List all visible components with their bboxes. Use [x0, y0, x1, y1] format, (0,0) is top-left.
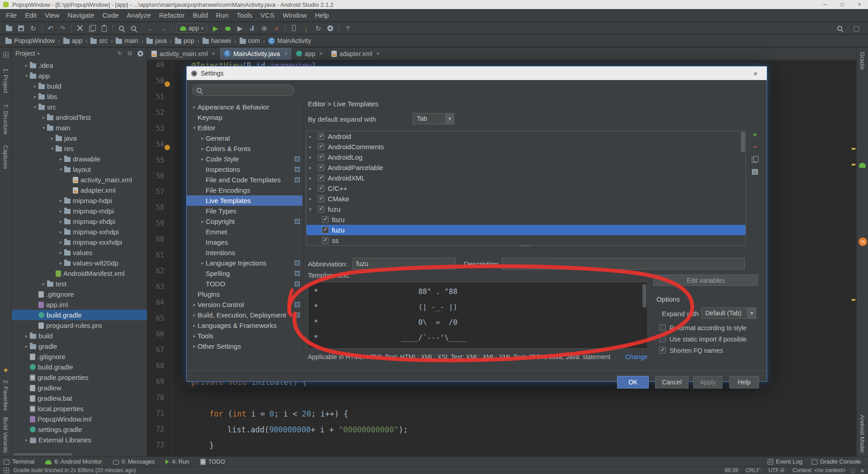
collapse-all-icon[interactable]: ⊟ — [127, 50, 132, 57]
settings-item-live-templates[interactable]: Live Templates — [187, 195, 302, 206]
project-item-res[interactable]: ▾res — [12, 143, 147, 154]
checkbox-icon[interactable] — [318, 185, 325, 192]
project-item-popupwindow-iml[interactable]: PopupWindow.iml — [12, 414, 147, 424]
checkbox-icon[interactable] — [318, 133, 325, 140]
run-config-combo[interactable]: app▾ — [176, 24, 207, 33]
expand-arrow-icon[interactable]: ▸ — [57, 229, 64, 234]
breadcrumb-main[interactable]: main — [115, 37, 139, 44]
project-item-mipmap-hdpi[interactable]: ▸mipmap-hdpi — [12, 195, 147, 206]
template-text-editor[interactable]: * 88" . "88 * (| -_- |) * 0\ = /0 * ____… — [308, 282, 648, 349]
settings-item-file-encodings[interactable]: File Encodings — [187, 185, 302, 195]
checkbox-icon[interactable] — [322, 227, 329, 233]
project-item-app[interactable]: ▾app — [12, 71, 147, 81]
expand-arrow-icon[interactable]: ▾ — [49, 146, 56, 151]
toolwindow-event-log[interactable]: Event Log — [768, 458, 802, 465]
toolwindow-button-2-favorites[interactable]: 2: Favorites — [2, 380, 9, 411]
template-androidxml-group[interactable]: ▸AndroidXML — [307, 173, 745, 183]
project-item-test[interactable]: ▸test — [12, 279, 147, 289]
expand-arrow-icon[interactable]: ▸ — [57, 250, 64, 255]
expand-arrow-icon[interactable]: ▸ — [309, 186, 315, 191]
change-link[interactable]: Change — [625, 353, 647, 360]
debug-icon[interactable] — [222, 23, 234, 33]
settings-item-general[interactable]: ▸General — [187, 133, 302, 143]
cancel-button[interactable]: Cancel — [655, 376, 689, 389]
project-item-libs[interactable]: ▸libs — [12, 91, 147, 102]
tab-activity-main-xml[interactable]: activity_main.xml× — [147, 47, 220, 60]
breadcrumb-com[interactable]: com — [239, 37, 261, 44]
tab-adapter-xml[interactable]: adapter.xml× — [327, 47, 384, 60]
project-item-external-libraries[interactable]: ▸External Libraries — [12, 435, 147, 445]
breadcrumb-pop[interactable]: pop — [174, 37, 195, 44]
menu-tools[interactable]: Tools — [232, 11, 256, 19]
run-coverage-icon[interactable]: ▶ — [234, 23, 246, 33]
toolwindow-button-gradle[interactable]: Gradle — [859, 52, 866, 70]
minimize-icon[interactable]: ─ — [816, 1, 834, 8]
expand-arrow-icon[interactable]: ▸ — [309, 165, 315, 170]
status-utf-8[interactable]: UTF-8: — [769, 467, 785, 474]
splitter-handle[interactable]: •••• — [306, 244, 746, 248]
sort-templates-icon[interactable]: ▤ — [751, 167, 759, 175]
project-item-gradle[interactable]: ▸gradle — [12, 341, 147, 351]
toolwindow-button-7-structure[interactable]: 7: Structure — [2, 104, 9, 134]
toolwindow-button-build-variants[interactable]: Build Variants — [2, 417, 9, 453]
toolwindow-grid-icon[interactable] — [3, 52, 9, 57]
project-item-build[interactable]: ▸build — [12, 81, 147, 91]
menu-code[interactable]: Code — [98, 11, 123, 19]
project-item-androidtest[interactable]: ▸androidTest — [12, 112, 147, 123]
project-item-values[interactable]: ▸values — [12, 247, 147, 258]
list-scrollbar[interactable] — [741, 132, 745, 152]
help-button[interactable]: Help — [729, 376, 759, 389]
template-fuzu-item[interactable]: fuzu — [307, 225, 745, 235]
checkbox-icon[interactable] — [318, 206, 325, 213]
settings-item-inspections[interactable]: Inspections — [187, 164, 302, 175]
project-item-build-gradle[interactable]: build.gradle — [12, 362, 147, 372]
template-text-scrollbar[interactable] — [642, 284, 646, 308]
project-item-local-properties[interactable]: local.properties — [12, 403, 147, 414]
close-tab-icon[interactable]: × — [319, 50, 323, 57]
expand-arrow-icon[interactable]: ▸ — [32, 84, 38, 89]
tab-app[interactable]: app× — [292, 47, 327, 60]
favorites-star-icon[interactable]: ★ — [3, 366, 9, 374]
project-item-proguard-rules-pro[interactable]: proguard-rules.pro — [12, 320, 147, 331]
scroll-mark-icon[interactable] — [852, 164, 855, 166]
apply-button[interactable]: Apply — [693, 376, 722, 389]
remove-template-icon[interactable]: − — [751, 143, 759, 151]
dialog-close-icon[interactable]: × — [749, 70, 762, 77]
notification-badge[interactable]: 76 — [859, 237, 867, 246]
settings-item-intentions[interactable]: Intentions — [187, 247, 302, 258]
template-c-c-group[interactable]: ▸C/C++ — [307, 183, 745, 194]
gradle-sync-icon[interactable]: ↻ — [312, 23, 324, 33]
settings-item-emmet[interactable]: Emmet — [187, 227, 302, 237]
forward-icon[interactable]: → — [157, 23, 169, 33]
expand-arrow-icon[interactable]: ▸ — [309, 144, 315, 149]
expand-arrow-icon[interactable]: ▸ — [23, 63, 30, 68]
toolwindow-switcher-icon[interactable] — [4, 468, 9, 473]
project-item-values-w820dp[interactable]: ▸values-w820dp — [12, 258, 147, 268]
settings-item-images[interactable]: Images — [187, 237, 302, 247]
breadcrumb-mainactivity[interactable]: MainActivity — [267, 37, 312, 44]
toolwindow-button-captures[interactable]: Captures — [2, 145, 9, 169]
project-item-app-iml[interactable]: app.iml — [12, 299, 147, 310]
back-icon[interactable]: ← — [145, 23, 157, 33]
menu-navigate[interactable]: Navigate — [63, 11, 98, 19]
breadcrumb-popupwindow[interactable]: PopupWindow — [5, 37, 56, 44]
close-tab-icon[interactable]: × — [376, 50, 380, 57]
expand-arrow-icon[interactable]: ▸ — [32, 94, 38, 99]
chevron-down-icon[interactable]: ▼ — [445, 114, 454, 124]
menu-help[interactable]: Help — [311, 11, 333, 19]
project-item-main[interactable]: ▾main — [12, 123, 147, 133]
stop-icon[interactable]: ■ — [270, 23, 283, 33]
project-item-mipmap-xxhdpi[interactable]: ▸mipmap-xxhdpi — [12, 227, 147, 237]
settings-item-version-control[interactable]: ▸Version Control — [187, 299, 302, 310]
checkbox-icon[interactable] — [318, 195, 325, 202]
expand-arrow-icon[interactable]: ▸ — [23, 344, 30, 349]
expand-arrow-icon[interactable]: ▸ — [57, 261, 64, 265]
toolwindow-4-run[interactable]: 4: Run — [165, 458, 189, 465]
settings-item-keymap[interactable]: Keymap — [187, 112, 302, 123]
close-tab-icon[interactable]: × — [212, 50, 216, 57]
gutter-mark-icon[interactable] — [165, 81, 170, 87]
toolwindow-terminal[interactable]: Terminal — [4, 458, 34, 465]
project-panel-title[interactable]: Project — [15, 50, 35, 57]
checkbox-icon[interactable] — [318, 175, 325, 181]
settings-search-input[interactable] — [192, 85, 294, 96]
